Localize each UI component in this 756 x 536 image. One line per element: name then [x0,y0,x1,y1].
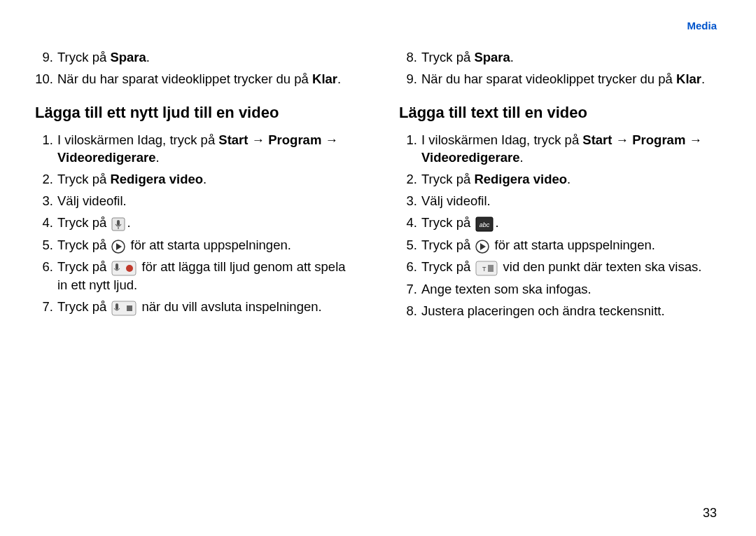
step-text: Tryck på T vid den punkt där texten ska … [421,259,721,277]
svg-rect-6 [115,263,118,270]
step-text: I viloskärmen Idag, tryck på Start → Pro… [57,132,357,167]
step-number: 5. [35,237,57,255]
step-text: Justera placeringen och ändra teckensnit… [421,303,721,320]
bold-text: Klar [676,71,701,86]
step-text: Välj videofil. [421,193,721,210]
list-item: 7.Tryck på när du vill avsluta inspelnin… [35,298,357,317]
step-number: 9. [35,49,57,67]
text-abc-icon: abc [475,215,493,233]
step-text: Ange texten som ska infogas. [421,281,721,298]
mic-stop-icon [111,299,136,317]
step-number: 4. [35,214,57,233]
step-number: 8. [399,303,421,320]
left-steps-b: 1.I viloskärmen Idag, tryck på Start → P… [35,132,357,316]
list-item: 9.När du har sparat videoklippet trycker… [399,71,721,88]
list-item: 1.I viloskärmen Idag, tryck på Start → P… [35,132,357,167]
bold-text: Start [218,132,248,147]
svg-text:abc: abc [479,221,490,228]
list-item: 8.Justera placeringen och ändra teckensn… [399,303,721,320]
content-columns: 9.Tryck på Spara.10.När du har sparat vi… [35,49,721,324]
bold-text: Klar [312,71,337,86]
text-marker-icon: T [475,259,498,277]
step-number: 1. [399,132,421,167]
list-item: 8.Tryck på Spara. [399,49,721,67]
svg-rect-9 [115,303,118,310]
list-item: 5.Tryck på för att starta uppspelningen. [399,237,721,255]
bold-text: Redigera video [110,172,203,186]
step-number: 9. [399,71,421,88]
step-text: Välj videofil. [57,193,357,210]
step-text: Tryck på för att starta uppspelningen. [421,237,721,255]
svg-rect-10 [127,305,132,311]
step-text: Tryck på abc. [421,214,721,233]
list-item: 10.När du har sparat videoklippet trycke… [35,71,357,88]
mic-record-icon [111,259,136,277]
list-item: 3.Välj videofil. [35,193,357,210]
bold-text: Start [582,132,612,147]
left-steps-a: 9.Tryck på Spara.10.När du har sparat vi… [35,49,357,88]
list-item: 5.Tryck på för att starta uppspelningen. [35,237,357,255]
bold-text: Spara [110,50,146,64]
left-heading: Lägga till ett nytt ljud till en video [35,104,357,122]
bold-text: Redigera video [474,172,567,186]
right-steps-b: 1.I viloskärmen Idag, tryck på Start → P… [399,132,721,320]
step-text: Tryck på Spara. [57,49,357,67]
list-item: 1.I viloskärmen Idag, tryck på Start → P… [399,132,721,167]
right-heading: Lägga till text till en video [399,104,721,122]
svg-point-7 [126,265,133,272]
bold-text: Videoredigerare [57,150,156,165]
right-steps-a: 8.Tryck på Spara.9.När du har sparat vid… [399,49,721,88]
step-text: Tryck på för att lägga till ljud genom a… [57,259,357,294]
step-text: Tryck på när du vill avsluta inspelninge… [57,298,357,317]
play-circle-icon [111,237,125,254]
bold-text: Program [632,132,685,147]
list-item: 4.Tryck på abc. [399,214,721,233]
step-number: 3. [35,193,57,210]
step-number: 6. [399,259,421,277]
step-number: 7. [399,281,421,298]
svg-text:T: T [482,266,486,273]
mic-small-icon [111,215,125,233]
list-item: 6.Tryck på för att lägga till ljud genom… [35,259,357,294]
section-header: Media [687,20,717,32]
step-number: 10. [35,71,57,88]
list-item: 9.Tryck på Spara. [35,49,357,67]
svg-rect-15 [476,261,497,275]
page-number: 33 [703,506,717,521]
bold-text: Program [268,132,321,147]
svg-rect-1 [117,220,120,226]
step-number: 4. [399,214,421,233]
list-item: 2.Tryck på Redigera video. [35,171,357,188]
list-item: 6.Tryck på T vid den punkt där texten sk… [399,259,721,277]
step-number: 2. [399,171,421,188]
step-number: 5. [399,237,421,255]
step-number: 7. [35,298,57,317]
step-text: Tryck på Redigera video. [421,171,721,188]
step-text: Tryck på . [57,214,357,233]
step-number: 1. [35,132,57,167]
list-item: 7.Ange texten som ska infogas. [399,281,721,298]
step-number: 2. [35,171,57,188]
bold-text: Spara [474,50,510,64]
step-text: Tryck på Redigera video. [57,171,357,188]
step-text: När du har sparat videoklippet trycker d… [421,71,721,88]
bold-text: Videoredigerare [421,150,520,165]
step-text: Tryck på för att starta uppspelningen. [57,237,357,255]
play-circle-icon [475,237,489,254]
list-item: 4.Tryck på . [35,214,357,233]
svg-rect-17 [488,265,493,272]
step-text: I viloskärmen Idag, tryck på Start → Pro… [421,132,721,167]
list-item: 2.Tryck på Redigera video. [399,171,721,188]
left-column: 9.Tryck på Spara.10.När du har sparat vi… [35,49,357,324]
step-text: När du har sparat videoklippet trycker d… [57,71,357,88]
step-number: 6. [35,259,57,294]
step-number: 3. [399,193,421,210]
step-number: 8. [399,49,421,67]
right-column: 8.Tryck på Spara.9.När du har sparat vid… [399,49,721,324]
step-text: Tryck på Spara. [421,49,721,67]
list-item: 3.Välj videofil. [399,193,721,210]
